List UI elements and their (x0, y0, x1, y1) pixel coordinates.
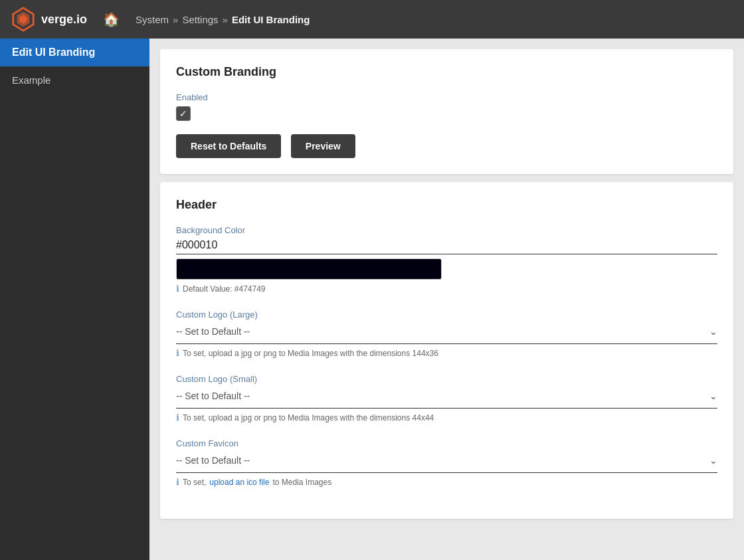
custom-favicon-info: ℹ To set, upload an ico file to Media Im… (176, 477, 717, 487)
custom-logo-small-field: Custom Logo (Small) -- Set to Default --… (176, 374, 717, 422)
chevron-down-icon-logo-small: ⌄ (709, 391, 717, 401)
color-swatch[interactable] (176, 258, 442, 280)
logo-text: verge.io (41, 13, 87, 27)
custom-logo-small-value: -- Set to Default -- (176, 391, 250, 401)
custom-logo-small-display[interactable]: -- Set to Default -- ⌄ (176, 388, 717, 404)
reset-to-defaults-button[interactable]: Reset to Defaults (176, 134, 281, 158)
verge-logo-icon (11, 7, 36, 32)
background-color-default: Default Value: #474749 (183, 284, 266, 294)
custom-logo-small-info-text: To set, upload a jpg or png to Media Ima… (183, 413, 434, 422)
color-swatch-container (176, 258, 717, 280)
custom-favicon-info-link[interactable]: upload an ico file (209, 478, 269, 487)
checkmark-icon: ✓ (179, 108, 187, 119)
enabled-label: Enabled (176, 92, 717, 102)
logo-link[interactable]: verge.io (11, 7, 87, 32)
header-card-title: Header (176, 198, 717, 212)
preview-button[interactable]: Preview (291, 134, 355, 158)
enabled-checkbox[interactable]: ✓ (176, 106, 191, 121)
background-color-value[interactable]: #000010 (176, 239, 717, 251)
info-icon-logo-large: ℹ (176, 348, 179, 358)
background-color-label: Background Color (176, 225, 717, 235)
custom-favicon-select[interactable]: -- Set to Default -- ⌄ (176, 452, 717, 473)
sidebar-item-edit-ui-branding[interactable]: Edit UI Branding (0, 39, 149, 66)
breadcrumb-sep-2: » (223, 14, 228, 25)
chevron-down-icon-logo-large: ⌄ (709, 326, 717, 337)
background-color-underline: #000010 (176, 239, 717, 254)
breadcrumb-current: Edit UI Branding (232, 14, 310, 25)
info-icon-favicon: ℹ (176, 477, 179, 487)
breadcrumb-settings: Settings (182, 14, 218, 25)
top-navigation: verge.io 🏠 System » Settings » Edit UI B… (0, 0, 744, 39)
custom-favicon-info-prefix: To set, (183, 478, 206, 487)
custom-logo-large-info-text: To set, upload a jpg or png to Media Ima… (183, 349, 438, 358)
home-button[interactable]: 🏠 (98, 9, 125, 30)
custom-logo-large-field: Custom Logo (Large) -- Set to Default --… (176, 310, 717, 358)
chevron-down-icon-favicon: ⌄ (709, 455, 717, 466)
custom-favicon-label: Custom Favicon (176, 438, 717, 448)
breadcrumb: System » Settings » Edit UI Branding (136, 14, 310, 25)
custom-logo-small-info: ℹ To set, upload a jpg or png to Media I… (176, 413, 717, 422)
custom-branding-title: Custom Branding (176, 65, 717, 79)
action-buttons: Reset to Defaults Preview (176, 134, 717, 158)
sidebar-item-example[interactable]: Example (0, 66, 149, 94)
breadcrumb-sep-1: » (173, 14, 178, 25)
page-layout: Edit UI Branding Example Custom Branding… (0, 39, 744, 560)
enabled-checkbox-wrapper: ✓ (176, 106, 717, 121)
background-color-info: ℹ Default Value: #474749 (176, 284, 717, 294)
header-card: Header Background Color #000010 ℹ Defaul… (160, 182, 733, 519)
custom-logo-large-label: Custom Logo (Large) (176, 310, 717, 320)
custom-logo-large-display[interactable]: -- Set to Default -- ⌄ (176, 324, 717, 339)
sidebar: Edit UI Branding Example (0, 39, 149, 560)
info-icon-bg: ℹ (176, 284, 179, 294)
custom-favicon-display[interactable]: -- Set to Default -- ⌄ (176, 452, 717, 468)
custom-logo-large-select[interactable]: -- Set to Default -- ⌄ (176, 324, 717, 344)
custom-logo-large-info: ℹ To set, upload a jpg or png to Media I… (176, 348, 717, 358)
breadcrumb-system: System (136, 14, 169, 25)
main-content: Custom Branding Enabled ✓ Reset to Defau… (149, 39, 744, 560)
info-icon-logo-small: ℹ (176, 413, 179, 422)
custom-logo-large-value: -- Set to Default -- (176, 326, 250, 337)
custom-favicon-field: Custom Favicon -- Set to Default -- ⌄ ℹ … (176, 438, 717, 487)
custom-logo-small-label: Custom Logo (Small) (176, 374, 717, 384)
custom-branding-card: Custom Branding Enabled ✓ Reset to Defau… (160, 49, 733, 174)
background-color-field: Background Color #000010 ℹ Default Value… (176, 225, 717, 294)
custom-favicon-value: -- Set to Default -- (176, 455, 250, 466)
custom-favicon-info-suffix: to Media Images (272, 478, 331, 487)
custom-logo-small-select[interactable]: -- Set to Default -- ⌄ (176, 388, 717, 409)
